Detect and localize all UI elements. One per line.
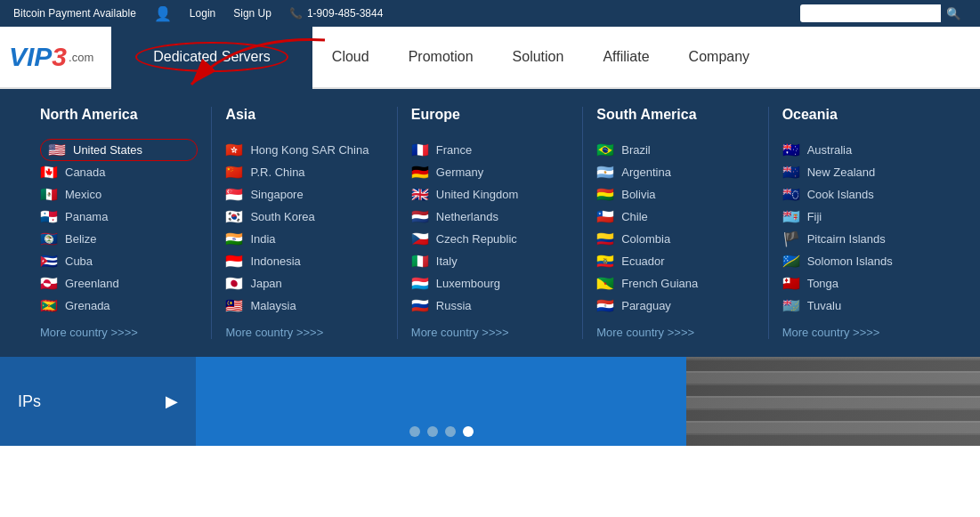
search-input[interactable] — [800, 4, 943, 22]
nav-solution[interactable]: Solution — [493, 26, 584, 88]
user-icon: 👤 — [154, 5, 172, 22]
flag-icon: 🇵🇾 — [596, 297, 614, 314]
flag-icon: 🇫🇯 — [782, 208, 800, 225]
country-name: Netherlands — [436, 210, 498, 223]
more-country-3[interactable]: More country >>>> — [596, 326, 754, 339]
country-item[interactable]: 🇧🇴Bolivia — [596, 183, 754, 206]
country-item[interactable]: 🇱🇺Luxembourg — [411, 272, 569, 295]
nav-cloud[interactable]: Cloud — [312, 26, 389, 88]
country-item[interactable]: 🇺🇸United States — [40, 139, 198, 161]
flag-icon: 🇮🇹 — [411, 253, 429, 270]
flag-icon: 🇧🇴 — [596, 186, 614, 203]
country-item[interactable]: 🇬🇫French Guiana — [596, 272, 754, 295]
country-name: Czech Republic — [436, 232, 517, 246]
country-item[interactable]: 🇲🇾Malaysia — [225, 295, 383, 317]
country-item[interactable]: 🇫🇯Fiji — [782, 206, 940, 228]
top-bar: Bitcoin Payment Available 👤 Login Sign U… — [0, 0, 980, 27]
more-country-2[interactable]: More country >>>> — [411, 326, 569, 339]
country-item[interactable]: 🇯🇵Japan — [225, 272, 383, 295]
country-name: New Zealand — [807, 166, 876, 179]
country-item[interactable]: 🇫🇷France — [411, 139, 569, 161]
country-item[interactable]: 🇵🇦Panama — [40, 206, 198, 228]
country-name: Chile — [621, 210, 648, 223]
country-item[interactable]: 🇦🇺Australia — [782, 139, 940, 161]
flag-icon: 🇬🇫 — [596, 275, 614, 292]
country-name: P.R. China — [250, 166, 304, 179]
country-item[interactable]: 🇬🇱Greenland — [40, 272, 198, 295]
country-item[interactable]: 🏴Pitcairn Islands — [782, 228, 940, 250]
more-country-1[interactable]: More country >>>> — [225, 326, 383, 339]
country-item[interactable]: 🇦🇷Argentina — [596, 161, 754, 183]
country-item[interactable]: 🇭🇰Hong Kong SAR China — [225, 139, 383, 161]
country-name: United States — [73, 143, 142, 157]
server-image — [686, 357, 980, 446]
country-item[interactable]: 🇩🇪Germany — [411, 161, 569, 183]
flag-icon: 🇲🇾 — [225, 297, 243, 314]
country-item[interactable]: 🇮🇹Italy — [411, 250, 569, 272]
flag-icon: 🇨🇳 — [225, 164, 243, 181]
slider-dot-1[interactable] — [427, 426, 438, 437]
country-item[interactable]: 🇹🇴Tonga — [782, 272, 940, 295]
flag-icon: 🇺🇸 — [48, 141, 66, 158]
country-item[interactable]: 🇵🇾Paraguay — [596, 295, 754, 317]
country-name: Luxembourg — [436, 277, 500, 290]
flag-icon: 🇷🇺 — [411, 297, 429, 314]
flag-icon: 🇵🇦 — [40, 208, 58, 225]
country-item[interactable]: 🇬🇧United Kingdom — [411, 183, 569, 206]
country-item[interactable]: 🇨🇦Canada — [40, 161, 198, 183]
country-name: Bolivia — [621, 188, 655, 201]
flag-icon: 🇨🇱 — [596, 208, 614, 225]
flag-icon: 🇬🇱 — [40, 275, 58, 292]
country-item[interactable]: 🇮🇳India — [225, 228, 383, 250]
country-item[interactable]: 🇮🇩Indonesia — [225, 250, 383, 272]
country-item[interactable]: 🇬🇩Grenada — [40, 295, 198, 317]
country-item[interactable]: 🇨🇺Cuba — [40, 250, 198, 272]
flag-icon: 🇰🇷 — [225, 208, 243, 225]
country-item[interactable]: 🇪🇨Ecuador — [596, 250, 754, 272]
country-name: Argentina — [621, 166, 671, 179]
country-name: Mexico — [65, 188, 101, 201]
country-item[interactable]: 🇨🇰Cook Islands — [782, 183, 940, 206]
country-item[interactable]: 🇳🇿New Zealand — [782, 161, 940, 183]
slider-dot-3[interactable] — [463, 426, 474, 437]
country-name: Belize — [65, 232, 96, 246]
nav-dedicated-servers[interactable]: Dedicated Servers — [111, 26, 312, 88]
flag-icon: 🇨🇴 — [596, 230, 614, 247]
country-name: Canada — [65, 166, 106, 179]
search-button[interactable]: 🔍 — [941, 4, 967, 23]
flag-icon: 🇨🇺 — [40, 253, 58, 270]
country-name: Italy — [436, 254, 458, 268]
country-item[interactable]: 🇷🇺Russia — [411, 295, 569, 317]
login-link[interactable]: Login — [190, 7, 215, 20]
country-name: India — [250, 232, 275, 246]
slider-dot-2[interactable] — [445, 426, 456, 437]
country-item[interactable]: 🇧🇷Brazil — [596, 139, 754, 161]
signup-link[interactable]: Sign Up — [233, 7, 271, 20]
country-item[interactable]: 🇰🇷South Korea — [225, 206, 383, 228]
nav-promotion[interactable]: Promotion — [389, 26, 493, 88]
country-name: Germany — [436, 166, 483, 179]
country-item[interactable]: 🇳🇱Netherlands — [411, 206, 569, 228]
mega-col-europe: Europe🇫🇷France🇩🇪Germany🇬🇧United Kingdom🇳… — [398, 107, 583, 339]
nav-bar: VIP 3 .com Dedicated Servers Cloud Promo… — [0, 27, 980, 89]
mega-col-oceania: Oceania🇦🇺Australia🇳🇿New Zealand🇨🇰Cook Is… — [769, 107, 953, 339]
country-item[interactable]: 🇨🇿Czech Republic — [411, 228, 569, 250]
country-item[interactable]: 🇧🇿Belize — [40, 228, 198, 250]
country-item[interactable]: 🇨🇱Chile — [596, 206, 754, 228]
country-item[interactable]: 🇲🇽Mexico — [40, 183, 198, 206]
nav-company[interactable]: Company — [669, 26, 769, 88]
country-name: Greenland — [65, 277, 119, 290]
country-item[interactable]: 🇸🇬Singapore — [225, 183, 383, 206]
country-name: Fiji — [807, 210, 822, 223]
country-item[interactable]: 🇸🇧Solomon Islands — [782, 250, 940, 272]
more-country-4[interactable]: More country >>>> — [782, 326, 940, 339]
slider-dot-0[interactable] — [409, 426, 420, 437]
ips-panel[interactable]: IPs ▶ — [0, 357, 196, 446]
country-item[interactable]: 🇨🇴Colombia — [596, 228, 754, 250]
nav-affiliate[interactable]: Affiliate — [583, 26, 668, 88]
country-item[interactable]: 🇨🇳P.R. China — [225, 161, 383, 183]
search-container: 🔍 — [800, 4, 967, 23]
flag-icon: 🇧🇷 — [596, 141, 614, 158]
more-country-0[interactable]: More country >>>> — [40, 326, 198, 339]
country-item[interactable]: 🇹🇻Tuvalu — [782, 295, 940, 317]
